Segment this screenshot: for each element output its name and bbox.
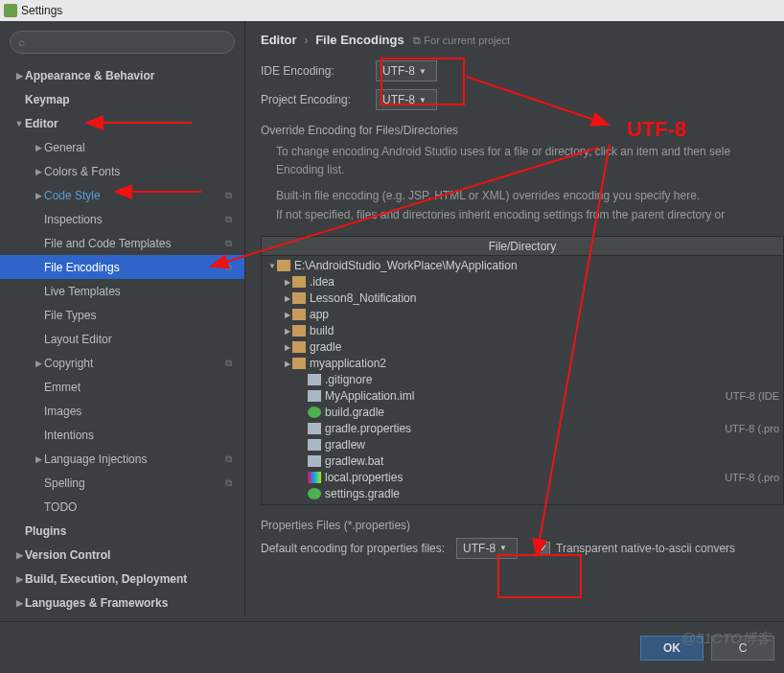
ide-encoding-label: IDE Encoding: (261, 64, 376, 78)
sidebar-item-emmet[interactable]: Emmet (0, 375, 244, 399)
breadcrumb-scope: ⧉ For current project (413, 35, 510, 46)
chevron-down-icon: ▼ (419, 67, 427, 76)
gradle-icon (308, 406, 321, 418)
search-input[interactable]: ⌕ (10, 31, 235, 54)
sidebar-item-label: Copyright (44, 357, 225, 370)
file-row[interactable]: gradle.propertiesUTF-8 (.pro (262, 421, 783, 437)
sidebar-item-copyright[interactable]: ▶Copyright⧉ (0, 351, 244, 375)
file-name: MyApplication.iml (325, 389, 726, 403)
sidebar-item-live-templates[interactable]: Live Templates (0, 279, 244, 303)
sidebar-item-file-types[interactable]: File Types (0, 303, 244, 327)
sidebar-item-todo[interactable]: TODO (0, 495, 244, 519)
file-row[interactable]: ▶Lesson8_Notification (262, 290, 783, 307)
file-row[interactable]: ▶.idea (262, 274, 783, 290)
folder-icon (292, 325, 306, 336)
override-hint1: To change encoding Android Studio uses f… (276, 143, 784, 161)
file-row[interactable]: ▶gradle (262, 339, 783, 356)
sidebar-item-inspections[interactable]: Inspections⧉ (0, 207, 244, 231)
properties-encoding-value: UTF-8 (463, 542, 496, 555)
expand-arrow-icon: ▶ (283, 343, 292, 352)
file-row[interactable]: MyApplication.imlUTF-8 (IDE (262, 388, 783, 405)
folder-icon (292, 358, 306, 369)
file-row[interactable]: .gitignore (262, 372, 783, 388)
project-encoding-value: UTF-8 (382, 93, 415, 106)
sidebar-item-label: Intentions (44, 429, 244, 442)
sidebar-item-intentions[interactable]: Intentions (0, 423, 244, 447)
sidebar-item-editor[interactable]: ▼Editor (0, 111, 244, 135)
project-scope-icon: ⧉ (225, 238, 239, 249)
window-title: Settings (21, 4, 62, 17)
file-row[interactable]: ▶build (262, 323, 783, 339)
window-titlebar: Settings (0, 0, 784, 21)
file-icon (308, 439, 321, 451)
sidebar-item-label: Spelling (44, 476, 225, 490)
expand-arrow-icon: ▶ (283, 360, 292, 368)
file-name: E:\AndroidStudio_WorkPlace\MyApplication (294, 259, 783, 272)
file-name: build (310, 324, 783, 337)
file-name: gradlew.bat (325, 454, 783, 468)
override-hint2: Built-in file encoding (e.g. JSP, HTML o… (276, 187, 784, 205)
file-icon (308, 455, 321, 467)
settings-sidebar: ⌕ ▶Appearance & BehaviorKeymap▼Editor▶Ge… (0, 21, 245, 615)
breadcrumb: Editor › File Encodings ⧉ For current pr… (261, 33, 784, 47)
sidebar-item-label: Plugins (25, 524, 244, 538)
sidebar-item-build-execution-deployment[interactable]: ▶Build, Execution, Deployment (0, 567, 244, 591)
expand-arrow-icon: ▼ (13, 119, 25, 128)
gradle-icon (308, 488, 321, 499)
sidebar-item-general[interactable]: ▶General (0, 135, 244, 159)
sidebar-item-file-and-code-templates[interactable]: File and Code Templates⧉ (0, 231, 244, 255)
content-panel: Editor › File Encodings ⧉ For current pr… (245, 21, 784, 615)
file-row[interactable]: gradlew.bat (262, 453, 783, 470)
dialog-footer: OK C (0, 621, 784, 673)
sidebar-item-spelling[interactable]: Spelling⧉ (0, 471, 244, 495)
override-hint3: If not specified, files and directories … (276, 206, 784, 224)
file-row[interactable]: ▶app (262, 307, 783, 323)
expand-arrow-icon: ▶ (13, 574, 25, 584)
file-row[interactable]: gradlew (262, 437, 783, 453)
sidebar-item-label: Inspections (44, 213, 225, 226)
sidebar-item-label: Keymap (25, 93, 244, 106)
app-icon (4, 4, 17, 17)
file-name: Lesson8_Notification (310, 291, 783, 305)
transparent-ascii-checkbox[interactable]: ✓ (537, 542, 550, 555)
properties-encoding-combo[interactable]: UTF-8▼ (456, 538, 518, 559)
ok-button[interactable]: OK (640, 636, 703, 661)
file-table-body: ▼E:\AndroidStudio_WorkPlace\MyApplicatio… (262, 256, 783, 504)
folder-icon (292, 309, 306, 320)
sidebar-item-colors-fonts[interactable]: ▶Colors & Fonts (0, 159, 244, 183)
sidebar-item-label: Emmet (44, 381, 244, 394)
file-row[interactable]: ▶myapplication2 (262, 356, 783, 372)
sidebar-item-keymap[interactable]: Keymap (0, 87, 244, 111)
file-name: app (310, 308, 783, 321)
project-encoding-label: Project Encoding: (261, 93, 376, 106)
sidebar-item-images[interactable]: Images (0, 399, 244, 423)
sidebar-item-plugins[interactable]: Plugins (0, 519, 244, 543)
breadcrumb-a: Editor (261, 33, 297, 47)
project-scope-icon: ⧉ (225, 262, 239, 273)
file-name: gradlew (325, 438, 783, 452)
sidebar-item-label: General (44, 141, 244, 154)
file-row[interactable]: build.gradle (262, 405, 783, 421)
transparent-ascii-label: Transparent native-to-ascii convers (556, 542, 735, 555)
sidebar-item-layout-editor[interactable]: Layout Editor (0, 327, 244, 351)
sidebar-item-language-injections[interactable]: ▶Language Injections⧉ (0, 447, 244, 471)
expand-arrow-icon: ▶ (283, 327, 292, 336)
file-encoding-table: File/Directory ▼E:\AndroidStudio_WorkPla… (261, 236, 784, 505)
search-field[interactable] (31, 35, 234, 49)
sidebar-item-file-encodings[interactable]: File Encodings⧉ (0, 255, 244, 279)
expand-arrow-icon: ▶ (283, 311, 292, 319)
file-row[interactable]: ▼E:\AndroidStudio_WorkPlace\MyApplicatio… (262, 258, 783, 274)
file-row[interactable]: local.propertiesUTF-8 (.pro (262, 470, 783, 486)
sidebar-item-appearance-behavior[interactable]: ▶Appearance & Behavior (0, 63, 244, 87)
expand-arrow-icon: ▶ (33, 191, 44, 200)
file-row[interactable]: settings.gradle (262, 486, 783, 502)
folder-icon (292, 341, 306, 353)
sidebar-item-code-style[interactable]: ▶Code Style⧉ (0, 183, 244, 207)
file-name: local.properties (325, 471, 725, 484)
sidebar-item-label: Build, Execution, Deployment (25, 572, 244, 586)
sidebar-item-version-control[interactable]: ▶Version Control (0, 543, 244, 567)
sidebar-item-languages-frameworks[interactable]: ▶Languages & Frameworks (0, 591, 244, 615)
ide-encoding-combo[interactable]: UTF-8▼ (376, 60, 437, 81)
cancel-button[interactable]: C (711, 636, 774, 661)
project-encoding-combo[interactable]: UTF-8▼ (376, 89, 437, 110)
